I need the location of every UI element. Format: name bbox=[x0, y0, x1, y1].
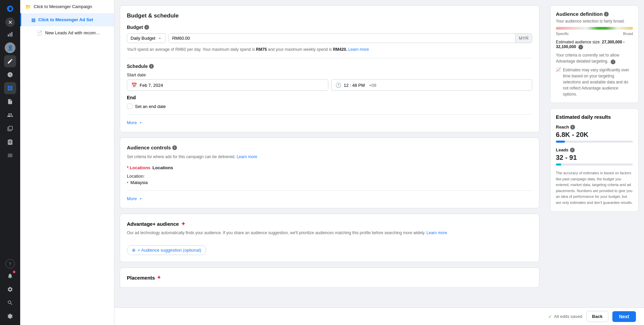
placements-title: Placements ✦ bbox=[127, 275, 532, 281]
audience-controls-info-icon[interactable]: i bbox=[172, 145, 177, 150]
start-date-field[interactable]: 📅 Feb 7, 2024 bbox=[127, 79, 328, 91]
back-button[interactable]: Back bbox=[586, 311, 608, 322]
main-area: Budget & schedule Budget i Daily Budget … bbox=[114, 0, 644, 325]
gear-icon[interactable] bbox=[4, 310, 16, 322]
ad-label: New Leads Ad with recommend... bbox=[45, 30, 102, 35]
budget-type-select[interactable]: Daily Budget bbox=[127, 33, 166, 43]
audience-breadth-bar bbox=[556, 27, 633, 30]
bullet-icon: • bbox=[127, 180, 129, 185]
end-date-checkbox[interactable] bbox=[127, 104, 132, 109]
reach-info-icon[interactable]: i bbox=[570, 125, 575, 130]
next-button[interactable]: Next bbox=[612, 311, 636, 322]
menu-icon[interactable] bbox=[4, 149, 16, 161]
check-icon: ✓ bbox=[548, 314, 552, 319]
start-date-value: Feb 7, 2024 bbox=[140, 83, 163, 88]
nav-item-ad[interactable]: 📄 New Leads Ad with recommend... ⋯ bbox=[20, 26, 114, 39]
nav-panel: 📁 Click to Messenger Campaign ⋯ ▦ Click … bbox=[20, 0, 114, 325]
more-link-2[interactable]: More bbox=[127, 196, 143, 201]
bar-chart-icon[interactable] bbox=[4, 28, 16, 40]
clipboard-icon[interactable] bbox=[4, 136, 16, 148]
nav-item-campaign[interactable]: 📁 Click to Messenger Campaign ⋯ bbox=[20, 0, 114, 13]
location-field-label: Location: bbox=[127, 174, 532, 179]
meta-logo[interactable] bbox=[4, 3, 16, 15]
currency-label: MYR bbox=[515, 34, 532, 43]
more-link-1[interactable]: More bbox=[127, 120, 143, 125]
audience-definition-desc: Your audience selection is fairly broad. bbox=[556, 19, 633, 24]
leads-bar-fill bbox=[556, 164, 561, 166]
estimated-results-card: Estimated daily results Reach i 6.8K - 2… bbox=[550, 108, 639, 212]
audience-size-info-icon[interactable]: i bbox=[578, 45, 583, 49]
specific-label: Specific bbox=[556, 32, 569, 36]
notifications-icon[interactable]: 1 bbox=[4, 270, 16, 282]
center-panel: Budget & schedule Budget i Daily Budget … bbox=[114, 0, 545, 308]
reach-label: Reach i bbox=[556, 124, 633, 130]
help-icon[interactable]: ? bbox=[5, 259, 15, 268]
divider-1 bbox=[127, 58, 532, 58]
schedule-info-icon[interactable]: i bbox=[149, 64, 154, 69]
budget-note: You'll spend an average of RM60 per day.… bbox=[127, 46, 532, 52]
clock-icon[interactable] bbox=[4, 69, 16, 81]
audience-def-info-icon[interactable]: i bbox=[604, 12, 609, 16]
grid-icon[interactable] bbox=[4, 82, 16, 94]
start-date-label: Start date bbox=[127, 72, 532, 77]
locations-section: * Locations Locations Location: • Malays… bbox=[127, 165, 532, 185]
reach-bar-fill bbox=[556, 141, 565, 143]
close-button[interactable]: ✕ bbox=[5, 17, 15, 27]
timezone-value: +08 bbox=[369, 83, 376, 88]
notification-badge: 1 bbox=[13, 270, 15, 273]
criteria-note: Your criteria is currently set to allow … bbox=[556, 52, 633, 64]
leads-info-icon[interactable]: i bbox=[570, 148, 575, 152]
start-time-value: 12 : 48 PM bbox=[344, 83, 365, 88]
avatar-icon[interactable]: 👤 bbox=[4, 42, 16, 54]
document-icon[interactable] bbox=[4, 96, 16, 108]
nav-item-adset[interactable]: ▦ Click to Messenger Ad Set ⋯ bbox=[20, 13, 114, 26]
audience-breadth-labels: Specific Broad bbox=[556, 32, 633, 36]
end-date-checkbox-label: Set an end date bbox=[135, 104, 166, 109]
estimates-note: Estimates may vary significantly over ti… bbox=[563, 67, 633, 97]
budget-input[interactable] bbox=[169, 34, 515, 43]
audience-learn-more-link[interactable]: Learn more bbox=[237, 154, 257, 159]
locations-text: Locations bbox=[152, 165, 173, 170]
user-avatar: 👤 bbox=[5, 42, 15, 53]
campaign-label: Click to Messenger Campaign bbox=[34, 4, 102, 9]
icon-bar: ✕ 👤 ? 1 bbox=[0, 0, 20, 325]
reach-bar bbox=[556, 141, 633, 143]
advantage-plus-title: Advantage+ audience ✦ bbox=[127, 221, 532, 227]
edit-icon[interactable] bbox=[4, 55, 16, 67]
svg-rect-0 bbox=[8, 34, 9, 37]
time-field[interactable]: 🕐 12 : 48 PM +08 bbox=[331, 79, 533, 91]
criteria-info-icon[interactable]: i bbox=[611, 60, 615, 64]
audience-controls-card: Audience controls i Set criteria for whe… bbox=[120, 138, 539, 208]
advantage-learn-more-link[interactable]: Learn more bbox=[427, 230, 447, 235]
library-icon[interactable] bbox=[4, 122, 16, 135]
budget-row: Daily Budget MYR bbox=[127, 33, 532, 43]
budget-label: Budget i bbox=[127, 25, 532, 30]
budget-info-icon[interactable]: i bbox=[144, 25, 149, 30]
svg-rect-2 bbox=[11, 32, 12, 37]
audience-controls-title: Audience controls i bbox=[127, 145, 532, 150]
budget-schedule-card: Budget & schedule Budget i Daily Budget … bbox=[120, 5, 539, 132]
audience-definition-title: Audience definition i bbox=[556, 11, 633, 17]
clock-field-icon: 🕐 bbox=[335, 82, 341, 88]
people-icon[interactable] bbox=[4, 109, 16, 121]
placements-card: Placements ✦ bbox=[120, 267, 539, 288]
search-icon[interactable] bbox=[4, 297, 16, 309]
leads-value: 32 - 91 bbox=[556, 154, 633, 161]
campaign-folder-icon: 📁 bbox=[25, 4, 31, 9]
location-value-item: • Malaysia bbox=[127, 180, 532, 185]
audience-suggestion-button[interactable]: ⊕ + Audience suggestion (optional) bbox=[127, 245, 206, 255]
budget-learn-more-link[interactable]: Learn more bbox=[348, 47, 369, 52]
end-label: End bbox=[127, 95, 532, 100]
advantage-plus-badge: ✦ bbox=[181, 221, 185, 227]
schedule-label: Schedule i bbox=[127, 64, 532, 69]
calendar-icon: 📅 bbox=[131, 82, 137, 88]
divider-3 bbox=[127, 190, 532, 191]
saved-label: All edits saved bbox=[554, 314, 582, 319]
estimated-results-title: Estimated daily results bbox=[556, 114, 633, 120]
estimates-note-row: 📈 Estimates may vary significantly over … bbox=[556, 67, 633, 97]
settings-icon[interactable] bbox=[4, 283, 16, 295]
end-date-checkbox-row[interactable]: Set an end date bbox=[127, 104, 532, 109]
all-saved-status: ✓ All edits saved bbox=[548, 314, 582, 319]
chart-trend-icon: 📈 bbox=[556, 67, 561, 72]
budget-type-label: Daily Budget bbox=[131, 36, 155, 41]
